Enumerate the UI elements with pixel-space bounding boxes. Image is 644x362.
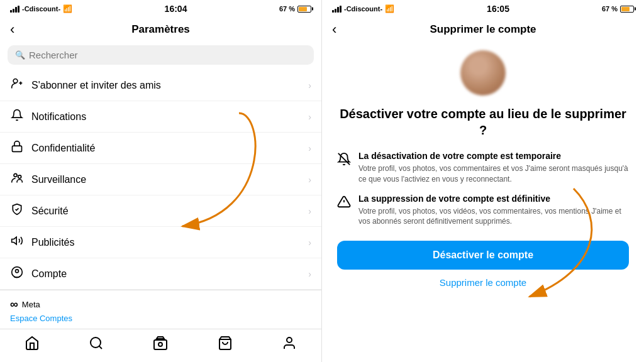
menu-label-supervision: Surveillance	[31, 174, 301, 185]
chevron-notifications: ›	[308, 112, 311, 122]
deactivate-button[interactable]: Désactiver le compte	[337, 241, 629, 270]
meta-brand-label: Meta	[22, 300, 40, 309]
time-right: 16:05	[487, 4, 509, 14]
info-heading-temporary: La désactivation de votre compte est tem…	[358, 151, 629, 161]
search-bar[interactable]: 🔍	[8, 45, 314, 65]
meta-footer: ∞ Meta Espace Comptes	[0, 290, 321, 329]
add-friend-icon	[10, 77, 24, 93]
menu-label-security: Sécurité	[31, 206, 301, 217]
lock-icon	[10, 140, 24, 156]
warning-icon	[337, 195, 351, 212]
svg-rect-16	[154, 340, 167, 349]
info-text-temporary: La désactivation de votre compte est tem…	[358, 151, 629, 185]
svg-point-14	[91, 337, 101, 348]
info-block-permanent: La suppression de votre compte est défin…	[337, 194, 629, 228]
status-bar-right: -Cdiscount- 📶 16:05 67 %	[322, 0, 644, 16]
svg-point-19	[287, 337, 292, 343]
nav-home[interactable]	[25, 336, 40, 354]
chevron-supervision: ›	[308, 175, 311, 185]
menu-label-account: Compte	[31, 268, 301, 280]
nav-search[interactable]	[89, 336, 104, 354]
status-bar-left: -Cdiscount- 📶 16:04 67 %	[0, 0, 321, 16]
chevron-subscribe: ›	[308, 80, 311, 90]
info-body-permanent: Votre profil, vos photos, vos vidéos, vo…	[358, 206, 629, 228]
nav-shop[interactable]	[218, 336, 233, 354]
search-input[interactable]	[29, 50, 306, 60]
nav-title-left: Paramètres	[131, 23, 190, 36]
search-icon: 🔍	[15, 50, 25, 60]
battery-left: 67 %	[279, 5, 311, 13]
left-panel: -Cdiscount- 📶 16:04 67 % ‹ Paramètres 🔍	[0, 0, 322, 362]
supervision-icon	[10, 172, 24, 187]
menu-label-notifications: Notifications	[31, 111, 301, 123]
bottom-nav-left	[0, 329, 321, 362]
chevron-ads: ›	[308, 238, 311, 248]
info-text-permanent: La suppression de votre compte est défin…	[358, 194, 629, 228]
battery-icon-right	[620, 6, 634, 13]
nav-bar-right: ‹ Supprimer le compte	[322, 16, 644, 40]
back-button-left[interactable]: ‹	[10, 21, 14, 38]
delete-account-link[interactable]: Supprimer le compte	[440, 277, 526, 288]
menu-list: S'abonner et inviter des amis › Notifica…	[0, 70, 321, 290]
no-bell-icon	[337, 152, 351, 169]
menu-label-privacy: Confidentialité	[31, 143, 301, 154]
megaphone-icon	[10, 234, 24, 250]
menu-item-notifications[interactable]: Notifications ›	[0, 101, 321, 133]
svg-point-5	[18, 175, 21, 178]
menu-item-ads[interactable]: Publicités ›	[0, 227, 321, 258]
right-panel: -Cdiscount- 📶 16:05 67 % ‹ Supprimer le …	[322, 0, 644, 362]
svg-rect-3	[13, 146, 22, 151]
svg-point-17	[158, 343, 162, 346]
deactivate-title: Désactiver votre compte au lieu de le su…	[337, 106, 629, 138]
menu-item-privacy[interactable]: Confidentialité ›	[0, 133, 321, 164]
menu-item-subscribe[interactable]: S'abonner et inviter des amis ›	[0, 70, 321, 101]
info-heading-permanent: La suppression de votre compte est défin…	[358, 194, 629, 204]
nav-bar-left: ‹ Paramètres	[0, 16, 321, 40]
meta-accounts-link[interactable]: Espace Comptes	[10, 314, 72, 323]
back-button-right[interactable]: ‹	[332, 21, 336, 38]
info-block-temporary: La désactivation de votre compte est tem…	[337, 151, 629, 185]
svg-line-15	[99, 346, 102, 349]
nav-profile[interactable]	[282, 336, 297, 354]
wifi-icon-right: 📶	[385, 4, 394, 13]
delete-account-content: Désactiver votre compte au lieu de le su…	[322, 40, 644, 362]
battery-right: 67 %	[602, 5, 634, 13]
bell-icon	[10, 109, 24, 124]
signal-icon	[10, 6, 19, 13]
carrier-left: -Cdiscount-	[22, 5, 60, 13]
delete-account-screen: -Cdiscount- 📶 16:05 67 % ‹ Supprimer le …	[322, 0, 644, 362]
time-left: 16:04	[165, 4, 187, 14]
carrier-right: -Cdiscount-	[344, 5, 382, 13]
svg-marker-6	[12, 237, 17, 244]
menu-label-subscribe: S'abonner et inviter des amis	[31, 80, 301, 91]
wifi-icon-left: 📶	[63, 4, 72, 13]
battery-icon-left	[297, 6, 311, 13]
svg-point-8	[16, 270, 19, 273]
shield-icon	[10, 203, 24, 219]
chevron-account: ›	[308, 269, 311, 279]
menu-item-security[interactable]: Sécurité ›	[0, 195, 321, 227]
menu-item-supervision[interactable]: Surveillance ›	[0, 164, 321, 195]
meta-logo: ∞ Meta	[10, 298, 311, 311]
settings-screen: -Cdiscount- 📶 16:04 67 % ‹ Paramètres 🔍	[0, 0, 322, 362]
info-body-temporary: Votre profil, vos photos, vos commentair…	[358, 163, 629, 185]
menu-item-account[interactable]: Compte ›	[0, 258, 321, 290]
chevron-security: ›	[308, 206, 311, 216]
chevron-privacy: ›	[308, 143, 311, 153]
svg-point-0	[13, 79, 18, 84]
avatar	[460, 50, 506, 96]
meta-infinity-icon: ∞	[10, 298, 18, 311]
svg-point-4	[14, 173, 17, 177]
account-icon	[10, 266, 24, 282]
menu-label-ads: Publicités	[31, 237, 301, 248]
signal-icon-right	[332, 6, 341, 13]
nav-title-right: Supprimer le compte	[430, 23, 536, 36]
nav-camera[interactable]	[153, 336, 168, 354]
